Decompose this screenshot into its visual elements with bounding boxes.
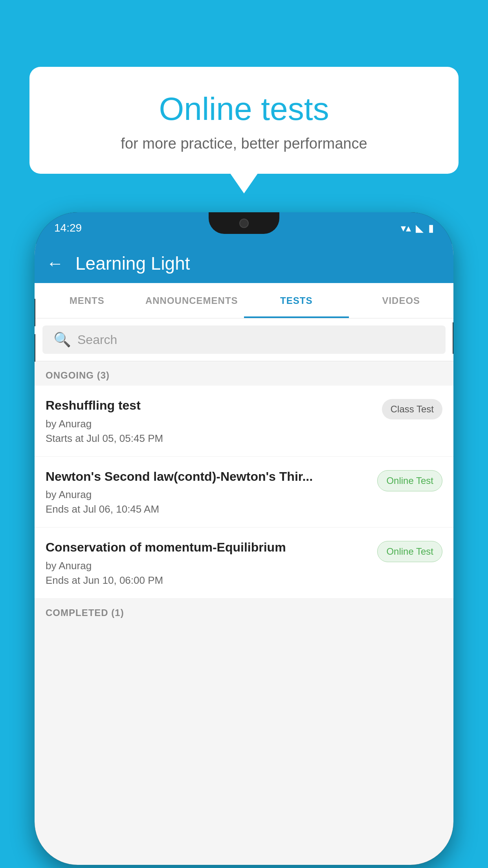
search-container: 🔍 Search [35, 318, 453, 361]
test-title-3: Conservation of momentum-Equilibrium [46, 539, 369, 556]
speech-bubble: Online tests for more practice, better p… [29, 67, 459, 174]
test-date-3: Ends at Jun 10, 06:00 PM [46, 574, 369, 587]
speech-bubble-subtitle: for more practice, better performance [49, 135, 439, 152]
volume-down-button [35, 334, 35, 362]
tab-ments[interactable]: MENTS [35, 283, 139, 318]
test-list: Reshuffling test by Anurag Starts at Jul… [35, 386, 453, 599]
front-camera [239, 219, 249, 228]
test-item-1[interactable]: Reshuffling test by Anurag Starts at Jul… [35, 386, 453, 457]
phone-device: 14:29 ▾▴ ◣ ▮ ← Learning Light MENTS ANNO… [35, 212, 453, 865]
test-badge-3: Online Test [377, 541, 442, 562]
test-badge-1: Class Test [382, 399, 442, 419]
battery-icon: ▮ [428, 222, 434, 234]
test-content-2: Newton's Second law(contd)-Newton's Thir… [46, 469, 369, 516]
signal-icon: ◣ [416, 222, 424, 234]
ongoing-header-text: ONGOING (3) [46, 370, 110, 381]
test-item-2[interactable]: Newton's Second law(contd)-Newton's Thir… [35, 457, 453, 528]
status-icons: ▾▴ ◣ ▮ [401, 222, 434, 234]
search-placeholder: Search [77, 333, 117, 347]
phone-notch [209, 212, 279, 234]
search-icon: 🔍 [53, 331, 71, 348]
speech-bubble-title: Online tests [49, 90, 439, 127]
status-bar: 14:29 ▾▴ ◣ ▮ [35, 212, 453, 244]
app-bar-title: Learning Light [75, 253, 190, 274]
status-time: 14:29 [54, 222, 82, 234]
test-title-2: Newton's Second law(contd)-Newton's Thir… [46, 469, 369, 485]
test-author-2: by Anurag [46, 489, 369, 501]
ongoing-section-header: ONGOING (3) [35, 361, 453, 386]
test-date-1: Starts at Jul 05, 05:45 PM [46, 432, 374, 445]
back-button[interactable]: ← [46, 254, 64, 273]
tab-videos[interactable]: VIDEOS [349, 283, 454, 318]
test-item-3[interactable]: Conservation of momentum-Equilibrium by … [35, 528, 453, 599]
power-button [453, 322, 453, 354]
test-title-1: Reshuffling test [46, 397, 374, 414]
test-badge-2: Online Test [377, 470, 442, 491]
tab-announcements[interactable]: ANNOUNCEMENTS [139, 283, 244, 318]
test-content-1: Reshuffling test by Anurag Starts at Jul… [46, 397, 374, 445]
completed-header-text: COMPLETED (1) [46, 607, 124, 618]
test-author-1: by Anurag [46, 418, 374, 430]
completed-section-header: COMPLETED (1) [35, 599, 453, 623]
wifi-icon: ▾▴ [401, 222, 411, 234]
phone-screen: ← Learning Light MENTS ANNOUNCEMENTS TES… [35, 244, 453, 865]
app-bar: ← Learning Light [35, 244, 453, 283]
test-date-2: Ends at Jul 06, 10:45 AM [46, 503, 369, 515]
test-author-3: by Anurag [46, 560, 369, 572]
tabs-bar: MENTS ANNOUNCEMENTS TESTS VIDEOS [35, 283, 453, 318]
tab-tests[interactable]: TESTS [244, 283, 349, 318]
test-content-3: Conservation of momentum-Equilibrium by … [46, 539, 369, 587]
search-bar[interactable]: 🔍 Search [42, 326, 446, 354]
